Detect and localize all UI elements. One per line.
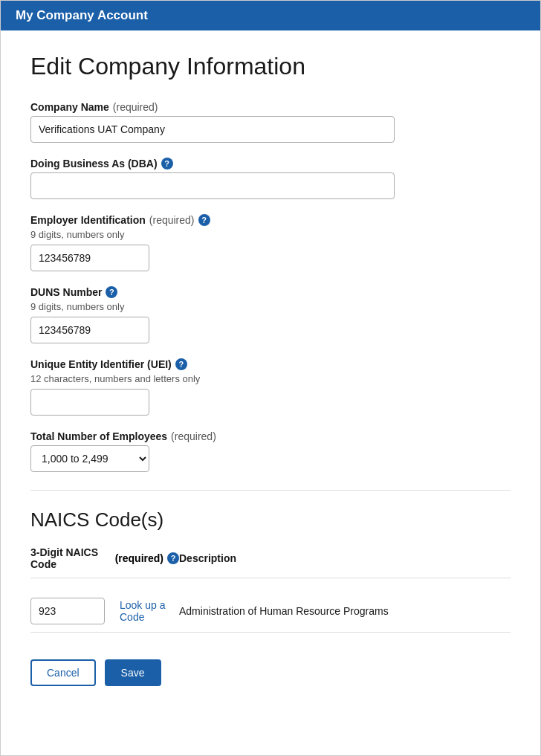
page-wrapper: My Company Account Edit Company Informat… — [0, 0, 541, 756]
dba-input[interactable] — [30, 172, 395, 199]
naics-code-help-icon[interactable]: ? — [167, 552, 179, 564]
page-title: Edit Company Information — [30, 53, 511, 80]
naics-code-col-header: 3-Digit NAICS Code (required) ? — [30, 546, 179, 570]
dba-label-text: Doing Business As (DBA) — [30, 158, 158, 169]
section-divider — [30, 490, 511, 491]
employees-group: Total Number of Employees (required) 1 t… — [30, 430, 511, 472]
employer-id-label: Employer Identification (required) ? — [30, 214, 511, 226]
employer-id-hint: 9 digits, numbers only — [30, 229, 511, 240]
header: My Company Account — [1, 1, 540, 30]
naics-code-required: (required) — [115, 552, 163, 564]
employer-id-label-text: Employer Identification — [30, 214, 146, 226]
naics-section-title: NAICS Code(s) — [30, 508, 511, 532]
company-name-label-text: Company Name — [30, 101, 109, 113]
uei-group: Unique Entity Identifier (UEI) ? 12 char… — [30, 358, 511, 416]
naics-table: 3-Digit NAICS Code (required) ? Descript… — [30, 546, 511, 633]
duns-group: DUNS Number ? 9 digits, numbers only — [30, 286, 511, 343]
company-name-label: Company Name (required) — [30, 101, 511, 113]
company-name-group: Company Name (required) — [30, 101, 511, 143]
save-button[interactable]: Save — [105, 659, 161, 686]
naics-table-row: Look up a Code Administration of Human R… — [30, 590, 511, 633]
employees-select[interactable]: 1 to 9 10 to 99 100 to 499 500 to 999 1,… — [30, 445, 149, 472]
uei-label-text: Unique Entity Identifier (UEI) — [30, 358, 172, 370]
button-row: Cancel Save — [30, 647, 511, 686]
header-title: My Company Account — [16, 8, 148, 22]
dba-help-icon[interactable]: ? — [161, 158, 173, 169]
employees-label: Total Number of Employees (required) — [30, 430, 511, 442]
uei-label: Unique Entity Identifier (UEI) ? — [30, 358, 511, 370]
duns-input[interactable] — [30, 317, 149, 343]
naics-description-col-header: Description — [179, 552, 511, 565]
uei-hint: 12 characters, numbers and letters only — [30, 373, 511, 384]
content: Edit Company Information Company Name (r… — [1, 30, 540, 708]
company-name-input[interactable] — [30, 116, 395, 143]
naics-table-header: 3-Digit NAICS Code (required) ? Descript… — [30, 546, 511, 578]
company-name-required: (required) — [113, 101, 158, 113]
naics-section: NAICS Code(s) 3-Digit NAICS Code (requir… — [30, 508, 511, 633]
employer-id-input[interactable] — [30, 245, 149, 271]
employer-id-group: Employer Identification (required) ? 9 d… — [30, 214, 511, 271]
naics-code-col-label: 3-Digit NAICS Code — [30, 546, 111, 570]
employer-id-required: (required) — [149, 214, 195, 226]
employer-id-help-icon[interactable]: ? — [198, 214, 210, 226]
uei-input[interactable] — [30, 389, 149, 416]
dba-group: Doing Business As (DBA) ? — [30, 158, 511, 199]
naics-row-code-area — [30, 598, 120, 624]
duns-help-icon[interactable]: ? — [106, 286, 117, 298]
naics-description-col-label: Description — [179, 552, 236, 564]
employees-label-text: Total Number of Employees — [30, 430, 167, 442]
employees-required: (required) — [171, 430, 216, 442]
naics-code-input[interactable] — [30, 598, 105, 624]
naics-description-text: Administration of Human Resource Program… — [179, 605, 511, 617]
uei-help-icon[interactable]: ? — [175, 358, 187, 370]
duns-hint: 9 digits, numbers only — [30, 301, 511, 312]
naics-lookup-link[interactable]: Look up a Code — [120, 599, 179, 623]
duns-label-text: DUNS Number — [30, 286, 102, 298]
cancel-button[interactable]: Cancel — [30, 659, 96, 686]
duns-label: DUNS Number ? — [30, 286, 511, 298]
dba-label: Doing Business As (DBA) ? — [30, 158, 511, 169]
